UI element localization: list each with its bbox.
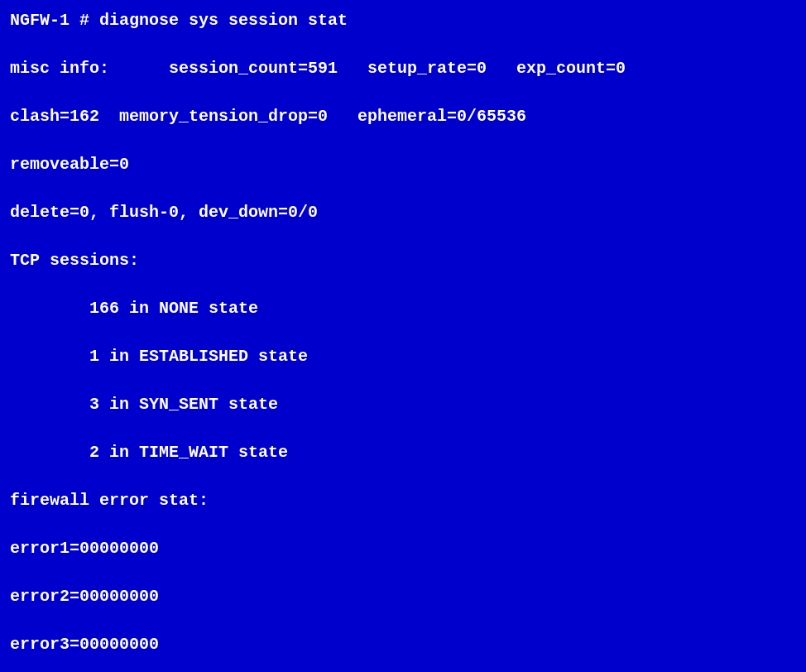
terminal-line: firewall error stat: (10, 488, 796, 512)
terminal-line: NGFW-1 # diagnose sys session stat (10, 8, 796, 32)
terminal-line: 2 in TIME_WAIT state (10, 440, 796, 464)
terminal-line: removeable=0 (10, 152, 796, 176)
terminal-line: error3=00000000 (10, 632, 796, 656)
terminal-line: 166 in NONE state (10, 296, 796, 320)
terminal-line: clash=162 memory_tension_drop=0 ephemera… (10, 104, 796, 128)
terminal-line: error2=00000000 (10, 584, 796, 608)
terminal-line: error1=00000000 (10, 536, 796, 560)
terminal-line: TCP sessions: (10, 248, 796, 272)
terminal-line: misc info: session_count=591 setup_rate=… (10, 56, 796, 80)
terminal-output: NGFW-1 # diagnose sys session stat misc … (0, 0, 806, 672)
terminal-line: delete=0, flush-0, dev_down=0/0 (10, 200, 796, 224)
terminal-line: 3 in SYN_SENT state (10, 392, 796, 416)
terminal-line: 1 in ESTABLISHED state (10, 344, 796, 368)
